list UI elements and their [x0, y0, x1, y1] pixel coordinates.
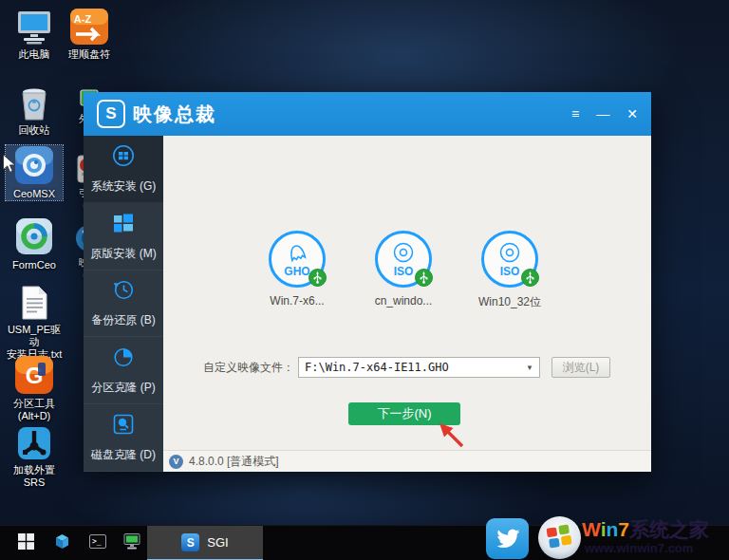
sidebar-item-label: 备份还原 (B) — [91, 312, 155, 328]
iso-disc-icon: ISO — [481, 231, 538, 288]
sidebar-item-backup-restore[interactable]: 备份还原 (B) — [84, 271, 163, 338]
cube-icon — [54, 533, 70, 553]
taskbar-item-cmd[interactable]: >_ — [82, 526, 114, 560]
recycle-bin-icon — [13, 84, 55, 121]
iso-disc-icon: ISO — [375, 231, 432, 288]
load-srs-icon — [15, 425, 53, 461]
desktop-icon-label: 回收站 — [19, 124, 50, 137]
chevron-down-icon[interactable]: ▼ — [526, 364, 533, 372]
svg-text:>_: >_ — [92, 537, 102, 546]
version-badge: V — [169, 455, 183, 469]
sidebar-item-original-install[interactable]: 原版安装 (M) — [84, 203, 163, 271]
command-prompt-icon: >_ — [89, 534, 106, 552]
app-logo-letter: S — [105, 104, 116, 123]
desktop-icon-this-pc[interactable]: 此电脑 — [6, 8, 63, 61]
desktop-icon-sort-drives[interactable]: A-Z 理顺盘符 — [61, 8, 118, 61]
twitter-icon — [486, 518, 529, 559]
sidebar-item-label: 分区克隆 (P) — [91, 380, 155, 396]
svg-text:GHO: GHO — [284, 265, 309, 278]
minimize-button[interactable]: — — [596, 107, 609, 121]
desktop-icon-partition-tool[interactable]: G 分区工具 (Alt+D) — [6, 355, 63, 422]
sidebar-item-disk-clone[interactable]: 磁盘克隆 (D) — [84, 404, 163, 472]
disk-clone-icon — [111, 412, 136, 440]
usb-badge-icon — [415, 269, 433, 287]
windows7-orb-icon — [537, 515, 582, 560]
main-content: GHO Win.7-x6... — [163, 136, 651, 450]
system-install-icon — [111, 143, 136, 172]
sort-drives-icon: A-Z — [68, 8, 110, 46]
usb-badge-icon — [521, 269, 539, 287]
sgi-logo-icon: S — [181, 533, 199, 551]
app-logo-icon: S — [97, 100, 125, 128]
image-list: GHO Win.7-x6... — [244, 231, 563, 310]
desktop-icon-label: 此电脑 — [19, 48, 50, 61]
desktop-icon-label: CeoMSX — [13, 188, 55, 200]
taskbar-task-sgi[interactable]: S SGI — [147, 526, 263, 560]
desktop: 此电脑 回收站 CeoMSX FormCeo — [0, 0, 729, 560]
ceomsx-icon — [13, 145, 55, 185]
watermark-letter: W — [582, 518, 601, 540]
sgi-window: S 映像总裁 ≡ — ✕ 系统安装 (G) — [84, 92, 651, 472]
version-text: 4.8.0.0 [普通模式] — [189, 454, 279, 470]
start-button[interactable] — [8, 526, 44, 560]
desktop-icon-label: 加载外置SRS — [6, 464, 63, 489]
image-item-iso-cnwindows[interactable]: ISO cn_windo... — [350, 231, 457, 310]
menu-icon[interactable]: ≡ — [571, 107, 579, 121]
image-path-combobox[interactable]: F:\Win.7-x64-IE11.GHO ▼ — [298, 357, 540, 378]
browse-button[interactable]: 浏览(L) — [551, 357, 610, 378]
sidebar-item-label: 系统安装 (G) — [91, 178, 157, 195]
desktop-icon-recycle-bin[interactable]: 回收站 — [6, 84, 63, 137]
monitor-icon — [123, 533, 140, 553]
svg-text:ISO: ISO — [500, 265, 520, 278]
image-item-label: cn_windo... — [375, 294, 433, 308]
backup-restore-icon — [111, 277, 136, 306]
sidebar-item-label: 原版安装 (M) — [90, 246, 156, 262]
sidebar-item-partition-clone[interactable]: 分区克隆 (P) — [84, 337, 163, 404]
watermark-letter: 7 — [618, 518, 629, 540]
sidebar: 系统安装 (G) 原版安装 (M) 备份还原 (B) — [84, 136, 163, 472]
taskbar-item-monitor[interactable] — [116, 526, 148, 560]
watermark-brand: Win7系统之家 — [582, 516, 709, 543]
this-pc-icon — [13, 8, 55, 46]
taskbar-task-label: SGI — [207, 535, 228, 550]
svg-text:ISO: ISO — [394, 265, 414, 278]
sidebar-item-system-install[interactable]: 系统安装 (G) — [84, 136, 163, 203]
desktop-icon-label: 理顺盘符 — [68, 48, 110, 61]
partition-tool-icon: G — [13, 355, 55, 395]
taskbar-item-cube[interactable] — [46, 526, 78, 560]
window-title: 映像总裁 — [133, 102, 216, 127]
close-button[interactable]: ✕ — [626, 107, 638, 121]
watermark-letter: n — [606, 518, 618, 540]
desktop-icon-label: FormCeo — [12, 259, 56, 271]
custom-image-row: 自定义映像文件： F:\Win.7-x64-IE11.GHO ▼ 浏览(L) — [163, 357, 651, 378]
image-item-label: Win.7-x6... — [270, 294, 324, 308]
annotation-arrow-icon — [437, 420, 465, 453]
windows-start-icon — [18, 533, 34, 553]
status-bar: V 4.8.0.0 [普通模式] — [163, 450, 651, 472]
image-path-value: F:\Win.7-x64-IE11.GHO — [305, 361, 526, 374]
image-item-label: Win10_32位 — [478, 294, 541, 310]
desktop-icon-load-srs[interactable]: 加载外置SRS — [6, 425, 63, 489]
partition-clone-icon — [111, 345, 136, 373]
watermark-url: www.winwin7.com — [585, 541, 693, 555]
gho-disc-icon: GHO — [269, 231, 326, 288]
sidebar-item-label: 磁盘克隆 (D) — [91, 447, 156, 463]
formceo-icon — [14, 216, 54, 256]
mouse-cursor-icon — [2, 154, 16, 177]
usb-badge-icon — [308, 269, 327, 287]
desktop-icon-label: 分区工具 (Alt+D) — [13, 398, 55, 422]
original-install-icon — [111, 211, 136, 239]
text-file-icon — [15, 285, 53, 321]
custom-image-label: 自定义映像文件： — [163, 360, 294, 376]
svg-text:A-Z: A-Z — [74, 13, 92, 25]
image-item-iso-win10[interactable]: ISO Win10_32位 — [457, 231, 563, 310]
image-item-gho-win7[interactable]: GHO Win.7-x6... — [244, 231, 350, 310]
desktop-icon-formceo[interactable]: FormCeo — [6, 216, 63, 271]
watermark-brand-rest: 系统之家 — [629, 518, 709, 540]
desktop-icon-usm-log[interactable]: USM_PE驱动 安装日志.txt — [6, 285, 63, 361]
window-titlebar[interactable]: S 映像总裁 ≡ — ✕ — [84, 92, 651, 136]
